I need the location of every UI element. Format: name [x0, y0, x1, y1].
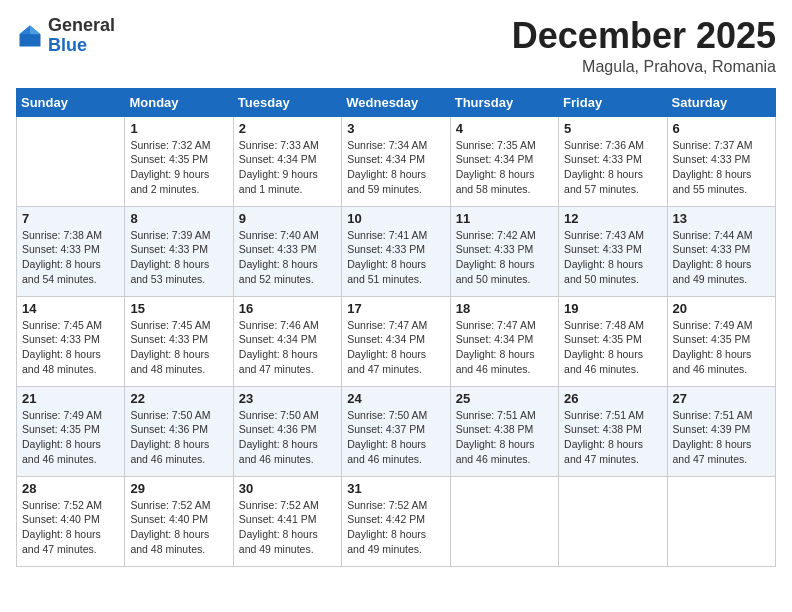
cell-content: Sunrise: 7:44 AMSunset: 4:33 PMDaylight:… — [673, 228, 770, 287]
cell-content: Sunrise: 7:52 AMSunset: 4:40 PMDaylight:… — [22, 498, 119, 557]
day-number: 21 — [22, 391, 119, 406]
day-number: 24 — [347, 391, 444, 406]
day-number: 11 — [456, 211, 553, 226]
cell-content: Sunrise: 7:45 AMSunset: 4:33 PMDaylight:… — [130, 318, 227, 377]
cell-content: Sunrise: 7:52 AMSunset: 4:41 PMDaylight:… — [239, 498, 336, 557]
cell-content: Sunrise: 7:37 AMSunset: 4:33 PMDaylight:… — [673, 138, 770, 197]
day-number: 31 — [347, 481, 444, 496]
header-friday: Friday — [559, 88, 667, 116]
day-number: 12 — [564, 211, 661, 226]
calendar-cell: 8Sunrise: 7:39 AMSunset: 4:33 PMDaylight… — [125, 206, 233, 296]
cell-content: Sunrise: 7:47 AMSunset: 4:34 PMDaylight:… — [347, 318, 444, 377]
logo-general: General — [48, 15, 115, 35]
calendar-week-row: 1Sunrise: 7:32 AMSunset: 4:35 PMDaylight… — [17, 116, 776, 206]
header-wednesday: Wednesday — [342, 88, 450, 116]
header-monday: Monday — [125, 88, 233, 116]
cell-content: Sunrise: 7:42 AMSunset: 4:33 PMDaylight:… — [456, 228, 553, 287]
day-number: 2 — [239, 121, 336, 136]
day-number: 8 — [130, 211, 227, 226]
title-block: December 2025 Magula, Prahova, Romania — [512, 16, 776, 76]
day-number: 29 — [130, 481, 227, 496]
day-number: 28 — [22, 481, 119, 496]
calendar-cell: 15Sunrise: 7:45 AMSunset: 4:33 PMDayligh… — [125, 296, 233, 386]
day-number: 23 — [239, 391, 336, 406]
logo-icon — [16, 22, 44, 50]
calendar-week-row: 7Sunrise: 7:38 AMSunset: 4:33 PMDaylight… — [17, 206, 776, 296]
day-number: 17 — [347, 301, 444, 316]
calendar-cell: 4Sunrise: 7:35 AMSunset: 4:34 PMDaylight… — [450, 116, 558, 206]
day-number: 25 — [456, 391, 553, 406]
cell-content: Sunrise: 7:49 AMSunset: 4:35 PMDaylight:… — [22, 408, 119, 467]
cell-content: Sunrise: 7:50 AMSunset: 4:37 PMDaylight:… — [347, 408, 444, 467]
calendar-cell: 3Sunrise: 7:34 AMSunset: 4:34 PMDaylight… — [342, 116, 450, 206]
day-number: 22 — [130, 391, 227, 406]
cell-content: Sunrise: 7:47 AMSunset: 4:34 PMDaylight:… — [456, 318, 553, 377]
calendar-cell: 11Sunrise: 7:42 AMSunset: 4:33 PMDayligh… — [450, 206, 558, 296]
cell-content: Sunrise: 7:45 AMSunset: 4:33 PMDaylight:… — [22, 318, 119, 377]
calendar-cell: 27Sunrise: 7:51 AMSunset: 4:39 PMDayligh… — [667, 386, 775, 476]
day-number: 27 — [673, 391, 770, 406]
calendar-cell: 12Sunrise: 7:43 AMSunset: 4:33 PMDayligh… — [559, 206, 667, 296]
header-tuesday: Tuesday — [233, 88, 341, 116]
cell-content: Sunrise: 7:41 AMSunset: 4:33 PMDaylight:… — [347, 228, 444, 287]
calendar-cell: 20Sunrise: 7:49 AMSunset: 4:35 PMDayligh… — [667, 296, 775, 386]
calendar-cell — [450, 476, 558, 566]
calendar-cell: 24Sunrise: 7:50 AMSunset: 4:37 PMDayligh… — [342, 386, 450, 476]
calendar-cell: 22Sunrise: 7:50 AMSunset: 4:36 PMDayligh… — [125, 386, 233, 476]
cell-content: Sunrise: 7:52 AMSunset: 4:40 PMDaylight:… — [130, 498, 227, 557]
day-number: 7 — [22, 211, 119, 226]
cell-content: Sunrise: 7:50 AMSunset: 4:36 PMDaylight:… — [130, 408, 227, 467]
day-number: 1 — [130, 121, 227, 136]
calendar-cell: 13Sunrise: 7:44 AMSunset: 4:33 PMDayligh… — [667, 206, 775, 296]
day-number: 18 — [456, 301, 553, 316]
svg-marker-1 — [30, 25, 41, 34]
day-number: 26 — [564, 391, 661, 406]
day-number: 13 — [673, 211, 770, 226]
cell-content: Sunrise: 7:46 AMSunset: 4:34 PMDaylight:… — [239, 318, 336, 377]
location-subtitle: Magula, Prahova, Romania — [512, 58, 776, 76]
calendar-cell: 2Sunrise: 7:33 AMSunset: 4:34 PMDaylight… — [233, 116, 341, 206]
cell-content: Sunrise: 7:39 AMSunset: 4:33 PMDaylight:… — [130, 228, 227, 287]
day-number: 3 — [347, 121, 444, 136]
page-header: General Blue December 2025 Magula, Praho… — [16, 16, 776, 76]
calendar-header-row: SundayMondayTuesdayWednesdayThursdayFrid… — [17, 88, 776, 116]
logo-blue: Blue — [48, 35, 87, 55]
cell-content: Sunrise: 7:48 AMSunset: 4:35 PMDaylight:… — [564, 318, 661, 377]
calendar-cell: 28Sunrise: 7:52 AMSunset: 4:40 PMDayligh… — [17, 476, 125, 566]
day-number: 30 — [239, 481, 336, 496]
day-number: 5 — [564, 121, 661, 136]
calendar-cell: 26Sunrise: 7:51 AMSunset: 4:38 PMDayligh… — [559, 386, 667, 476]
calendar-cell: 25Sunrise: 7:51 AMSunset: 4:38 PMDayligh… — [450, 386, 558, 476]
day-number: 10 — [347, 211, 444, 226]
cell-content: Sunrise: 7:33 AMSunset: 4:34 PMDaylight:… — [239, 138, 336, 197]
svg-marker-2 — [20, 25, 31, 34]
cell-content: Sunrise: 7:50 AMSunset: 4:36 PMDaylight:… — [239, 408, 336, 467]
calendar-week-row: 28Sunrise: 7:52 AMSunset: 4:40 PMDayligh… — [17, 476, 776, 566]
calendar-cell — [667, 476, 775, 566]
cell-content: Sunrise: 7:34 AMSunset: 4:34 PMDaylight:… — [347, 138, 444, 197]
cell-content: Sunrise: 7:32 AMSunset: 4:35 PMDaylight:… — [130, 138, 227, 197]
cell-content: Sunrise: 7:52 AMSunset: 4:42 PMDaylight:… — [347, 498, 444, 557]
day-number: 14 — [22, 301, 119, 316]
calendar-table: SundayMondayTuesdayWednesdayThursdayFrid… — [16, 88, 776, 567]
day-number: 9 — [239, 211, 336, 226]
day-number: 15 — [130, 301, 227, 316]
calendar-cell: 17Sunrise: 7:47 AMSunset: 4:34 PMDayligh… — [342, 296, 450, 386]
cell-content: Sunrise: 7:38 AMSunset: 4:33 PMDaylight:… — [22, 228, 119, 287]
day-number: 4 — [456, 121, 553, 136]
header-saturday: Saturday — [667, 88, 775, 116]
calendar-week-row: 21Sunrise: 7:49 AMSunset: 4:35 PMDayligh… — [17, 386, 776, 476]
cell-content: Sunrise: 7:51 AMSunset: 4:38 PMDaylight:… — [456, 408, 553, 467]
day-number: 19 — [564, 301, 661, 316]
calendar-week-row: 14Sunrise: 7:45 AMSunset: 4:33 PMDayligh… — [17, 296, 776, 386]
day-number: 16 — [239, 301, 336, 316]
calendar-cell: 21Sunrise: 7:49 AMSunset: 4:35 PMDayligh… — [17, 386, 125, 476]
calendar-cell: 7Sunrise: 7:38 AMSunset: 4:33 PMDaylight… — [17, 206, 125, 296]
cell-content: Sunrise: 7:51 AMSunset: 4:38 PMDaylight:… — [564, 408, 661, 467]
calendar-cell: 1Sunrise: 7:32 AMSunset: 4:35 PMDaylight… — [125, 116, 233, 206]
day-number: 20 — [673, 301, 770, 316]
cell-content: Sunrise: 7:51 AMSunset: 4:39 PMDaylight:… — [673, 408, 770, 467]
header-sunday: Sunday — [17, 88, 125, 116]
calendar-cell: 18Sunrise: 7:47 AMSunset: 4:34 PMDayligh… — [450, 296, 558, 386]
calendar-cell: 10Sunrise: 7:41 AMSunset: 4:33 PMDayligh… — [342, 206, 450, 296]
